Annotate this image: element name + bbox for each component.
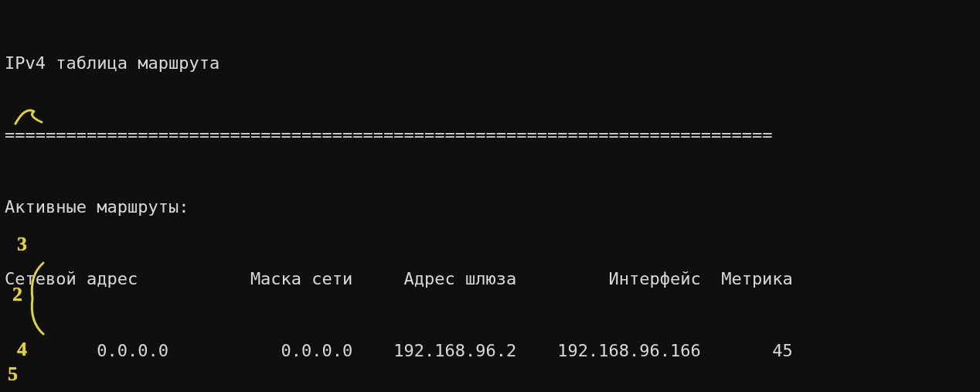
header-gateway: Адрес шлюза: [352, 267, 516, 291]
terminal-output: IPv4 таблица маршрута ==================…: [0, 0, 980, 392]
header-metric: Метрика: [701, 267, 793, 291]
route-table-title: IPv4 таблица маршрута: [5, 51, 975, 75]
separator-line: ========================================…: [5, 123, 975, 147]
header-network: Сетевой адрес: [5, 267, 168, 291]
cell-metric: 45: [701, 339, 793, 363]
cell-network: 0.0.0.0: [5, 339, 168, 363]
cell-mask: 0.0.0.0: [168, 339, 352, 363]
column-headers: Сетевой адресМаска сетиАдрес шлюзаИнтерф…: [5, 267, 975, 291]
header-mask: Маска сети: [168, 267, 352, 291]
table-row: 0.0.0.00.0.0.0192.168.96.2192.168.96.166…: [5, 339, 975, 363]
cell-gateway: 192.168.96.2: [352, 339, 516, 363]
active-routes-label: Активные маршруты:: [5, 195, 975, 219]
header-interface: Интерфейс: [516, 267, 700, 291]
cell-interface: 192.168.96.166: [516, 339, 700, 363]
